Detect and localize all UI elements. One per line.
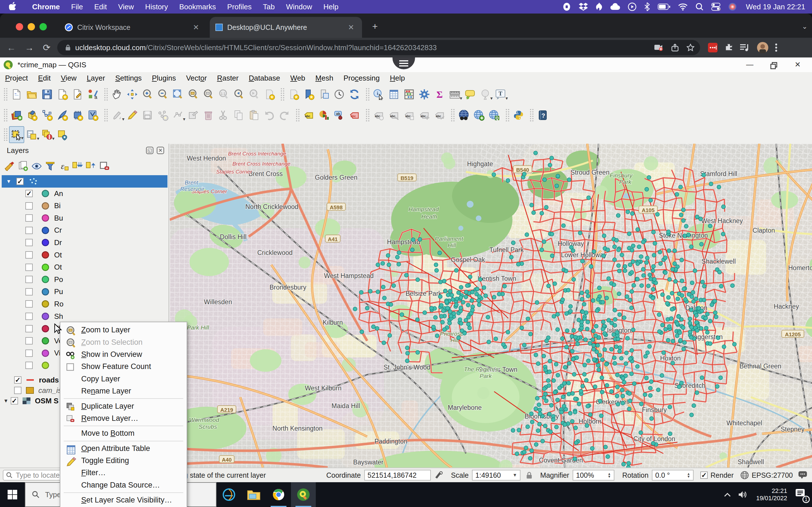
toolbar-button-annot-gray[interactable]: ▼ bbox=[477, 86, 493, 103]
context-menu-item-rename-layer[interactable]: Rename Layer bbox=[60, 385, 187, 397]
toolbar-button-zoom-last[interactable] bbox=[231, 86, 246, 103]
macos-menu-chrome[interactable]: Chrome bbox=[27, 3, 65, 11]
context-menu-item-filter-[interactable]: Filter… bbox=[60, 467, 187, 479]
toolbar-button-label-pin[interactable]: ab bbox=[332, 107, 347, 124]
control-center-icon[interactable] bbox=[711, 3, 720, 11]
toolbar-grip[interactable] bbox=[3, 128, 7, 142]
toolbar-grip[interactable] bbox=[3, 88, 7, 101]
toolbar-button-zoom-in[interactable] bbox=[140, 86, 155, 103]
toolbar-button-datasrc[interactable] bbox=[9, 107, 24, 124]
start-button[interactable] bbox=[0, 482, 25, 507]
context-menu-item-move-to-bottom[interactable]: Move to Bottom bbox=[60, 427, 187, 439]
macos-menu-edit[interactable]: Edit bbox=[89, 3, 112, 11]
siri-icon[interactable] bbox=[728, 3, 737, 11]
toolbar-button-folder-open[interactable] bbox=[24, 86, 40, 103]
battery-icon[interactable] bbox=[658, 4, 670, 10]
toolbar-button-zoom-native[interactable]: 1:1 bbox=[216, 86, 231, 103]
toolbar-button-label-r[interactable]: abc bbox=[347, 107, 362, 124]
extents-icon[interactable] bbox=[434, 471, 443, 480]
panel-float-button[interactable]: ◱ bbox=[146, 147, 153, 154]
toolbar-button-doc-star2[interactable] bbox=[286, 86, 301, 103]
url-field[interactable]: ucldesktop.cloud.com/Citrix/StoreWeb/cli… bbox=[57, 40, 700, 55]
toolbar-button-paste-gray[interactable] bbox=[246, 107, 262, 124]
taskbar-chrome[interactable] bbox=[266, 482, 291, 507]
toolbar-button-cut-gray[interactable] bbox=[216, 107, 231, 124]
toolbar-button-redo-gray[interactable] bbox=[277, 107, 292, 124]
map-canvas[interactable]: West HendonBrent CrossBrent Cross Interc… bbox=[170, 144, 812, 467]
macos-menu-bookmarks[interactable]: Bookmarks bbox=[174, 3, 221, 11]
panel-tool-eye[interactable] bbox=[31, 160, 43, 172]
toolbar-button-layout-mgr[interactable] bbox=[70, 86, 85, 103]
spotlight-icon[interactable] bbox=[696, 3, 703, 11]
macos-menu-tab[interactable]: Tab bbox=[257, 3, 281, 11]
toolbar-button-zoom-next[interactable] bbox=[246, 86, 262, 103]
context-menu-item-remove-layer-[interactable]: Remove Layer… bbox=[60, 412, 187, 425]
layer-category[interactable]: Cr bbox=[0, 224, 169, 236]
qgis-minimize-button[interactable]: — bbox=[746, 60, 753, 69]
tab-desktop-ucl[interactable]: Desktop@UCL Anywhere ✕ bbox=[210, 17, 362, 38]
toolbar-button-zoom-out[interactable] bbox=[155, 86, 170, 103]
reload-button[interactable]: ⟳ bbox=[43, 42, 50, 53]
context-menu-item-zoom-to-selection[interactable]: Zoom to Selection bbox=[60, 336, 187, 348]
toolbar-button-pan-sel[interactable] bbox=[124, 86, 140, 103]
toolbar-button-abacus[interactable] bbox=[402, 86, 417, 103]
toolbar-button-floppy[interactable] bbox=[40, 86, 55, 103]
toolbar-grip[interactable] bbox=[505, 108, 509, 122]
qgis-menu-database[interactable]: Database bbox=[244, 74, 285, 82]
panel-close-button[interactable]: ✕ bbox=[157, 147, 164, 154]
context-menu-item-change-data-source-[interactable]: Change Data Source… bbox=[60, 479, 187, 491]
zoom-window-button[interactable] bbox=[40, 23, 47, 31]
apple-icon[interactable] bbox=[9, 2, 16, 12]
qgis-menu-settings[interactable]: Settings bbox=[110, 74, 147, 82]
toolbar-button-glabel2[interactable]: abc bbox=[386, 107, 402, 124]
toolbar-button-quill-new[interactable] bbox=[55, 107, 70, 124]
toolbar-button-sel-form[interactable]: ▼ bbox=[24, 126, 40, 143]
qgis-menu-mesh[interactable]: Mesh bbox=[310, 74, 339, 82]
qgis-close-button[interactable]: ✕ bbox=[795, 60, 801, 69]
avatar[interactable] bbox=[757, 42, 768, 53]
toolbar-button-pencil[interactable] bbox=[124, 107, 140, 124]
volume-icon[interactable] bbox=[739, 491, 748, 499]
taskbar-clock[interactable]: 22:21 19/01/2022 bbox=[756, 487, 787, 502]
qgis-menu-view[interactable]: View bbox=[56, 74, 82, 82]
toolbar-button-undo-gray[interactable] bbox=[262, 107, 277, 124]
layer-category[interactable]: Po bbox=[0, 274, 169, 285]
toolbar-button-digit-gray[interactable] bbox=[155, 107, 170, 124]
qgis-restore-button[interactable] bbox=[770, 62, 777, 69]
qgis-menu-processing[interactable]: Processing bbox=[338, 74, 385, 82]
toolbar-button-help[interactable]: ? bbox=[535, 107, 550, 124]
macos-menu-help[interactable]: Help bbox=[318, 3, 344, 11]
toolbar-button-gear[interactable] bbox=[417, 86, 432, 103]
magnifier-spin[interactable]: 100%▲▼ bbox=[573, 470, 614, 481]
toolbar-grip[interactable] bbox=[365, 88, 369, 101]
panel-tool-collapse-tree[interactable] bbox=[85, 160, 97, 172]
scale-combo[interactable]: 1:49160▼ bbox=[472, 470, 520, 481]
playlist-icon[interactable] bbox=[740, 44, 750, 52]
taskbar-qgis[interactable] bbox=[291, 482, 316, 507]
tab-citrix-workspace[interactable]: Citrix Workspace ✕ bbox=[59, 17, 207, 38]
play-icon[interactable] bbox=[628, 3, 637, 11]
bluetooth-icon[interactable] bbox=[644, 3, 650, 11]
qgis-menu-vector[interactable]: Vector bbox=[181, 74, 212, 82]
panel-tool-brush[interactable] bbox=[3, 160, 16, 172]
extensions-puzzle-icon[interactable] bbox=[724, 43, 733, 52]
toolbar-button-copy-gray[interactable] bbox=[231, 107, 246, 124]
toolbar-button-style[interactable]: a bbox=[85, 86, 100, 103]
toolbar-button-python[interactable] bbox=[511, 107, 526, 124]
macos-menu-profiles[interactable]: Profiles bbox=[221, 3, 257, 11]
context-menu-item-copy-layer[interactable]: Copy Layer bbox=[60, 373, 187, 385]
qgis-menu-web[interactable]: Web bbox=[285, 74, 310, 82]
tab-search-chevron[interactable]: ⌄ bbox=[802, 22, 808, 31]
context-menu-item-duplicate-layer[interactable]: Duplicate Layer bbox=[60, 400, 187, 412]
macos-menu-window[interactable]: Window bbox=[280, 3, 317, 11]
flame-icon[interactable] bbox=[596, 3, 603, 11]
new-tab-button[interactable]: + bbox=[372, 21, 378, 31]
toolbar-button-mem-new[interactable] bbox=[70, 107, 85, 124]
macos-menu-history[interactable]: History bbox=[140, 3, 174, 11]
forward-button[interactable]: → bbox=[25, 43, 34, 53]
toolbar-button-sel-loc[interactable] bbox=[55, 126, 70, 143]
taskbar-ie[interactable] bbox=[216, 482, 241, 507]
context-menu-item-set-layer-scale-visibility-[interactable]: Set Layer Scale Visibility… bbox=[60, 494, 187, 506]
toolbar-button-zoom-full[interactable] bbox=[170, 86, 186, 103]
qgis-menu-layer[interactable]: Layer bbox=[82, 74, 110, 82]
